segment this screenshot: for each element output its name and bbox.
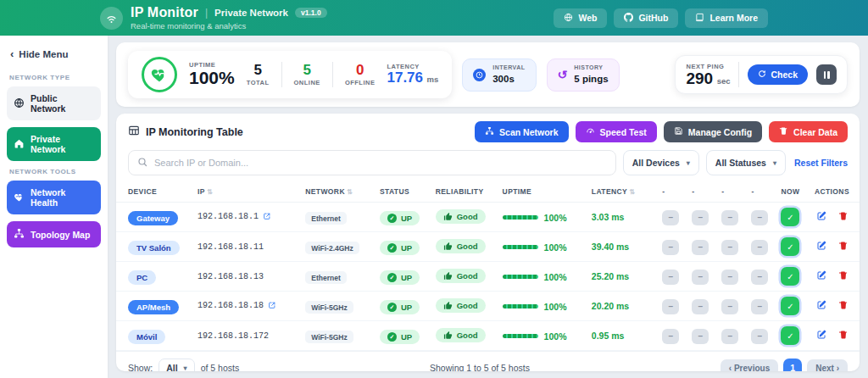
delete-button[interactable] bbox=[837, 209, 850, 225]
now-status-toggle[interactable]: ✓ bbox=[781, 237, 799, 256]
ip-address: 192.168.18.13 bbox=[198, 272, 264, 281]
col-now: NOW bbox=[777, 183, 810, 203]
col-history-1: - bbox=[659, 183, 688, 203]
network-badge: WiFi-5GHz bbox=[305, 301, 353, 314]
monitoring-table-card: IP Monitoring Table Scan Network bbox=[116, 114, 860, 371]
now-status-toggle[interactable]: ✓ bbox=[781, 208, 799, 226]
app-root: IP Monitor | Private Network v1.1.0 Real… bbox=[0, 0, 868, 378]
stats-panel: UPTIME 100% 5 TOTAL 5 ONLINE 0 bbox=[116, 42, 860, 107]
edit-button[interactable] bbox=[815, 209, 828, 225]
col-ip[interactable]: IP⇅ bbox=[194, 183, 302, 203]
gauge-icon bbox=[586, 126, 595, 137]
history-slot: – bbox=[721, 240, 738, 255]
status-badge: ✓UP bbox=[380, 270, 420, 285]
sidebar-item-topology-map[interactable]: Topology Map bbox=[7, 221, 101, 247]
edit-button[interactable] bbox=[815, 328, 828, 344]
sidebar-item-private-network[interactable]: Private Network bbox=[7, 127, 101, 161]
reset-filters-link[interactable]: Reset Filters bbox=[794, 158, 848, 168]
uptime-progress-bar bbox=[503, 215, 538, 220]
history-slot: – bbox=[662, 329, 679, 344]
col-status: STATUS bbox=[376, 183, 432, 203]
ip-address: 192.168.18.11 bbox=[198, 242, 264, 252]
uptime-progress-bar bbox=[503, 304, 538, 309]
delete-button[interactable] bbox=[837, 269, 850, 285]
reliability-badge: Good bbox=[436, 239, 486, 253]
device-filter-select[interactable]: All Devices ▾ bbox=[623, 150, 699, 175]
search-box bbox=[128, 150, 616, 175]
next-page-button[interactable]: Next › bbox=[807, 359, 848, 372]
total-value: 5 bbox=[247, 63, 270, 79]
manage-config-button[interactable]: Manage Config bbox=[664, 121, 762, 142]
tagline: Real-time monitoring & analytics bbox=[131, 21, 327, 31]
history-slot: – bbox=[692, 240, 709, 255]
hide-menu-button[interactable]: ‹ Hide Menu bbox=[7, 44, 71, 69]
header-nav: Web GitHub Learn More bbox=[554, 8, 768, 28]
history-slot: – bbox=[692, 210, 709, 225]
network-badge: Ethernet bbox=[305, 271, 346, 284]
history-chip: ↺ HISTORY 5 pings bbox=[547, 58, 620, 92]
edit-button[interactable] bbox=[815, 298, 828, 314]
chevron-down-icon: ▾ bbox=[773, 159, 776, 167]
status-badge: ✓UP bbox=[380, 300, 420, 314]
col-reliability: RELIABILITY bbox=[432, 183, 499, 203]
scan-network-button[interactable]: Scan Network bbox=[475, 121, 568, 142]
check-circle-icon: ✓ bbox=[387, 332, 397, 342]
history-slot: – bbox=[751, 329, 768, 344]
of-hosts-label: of 5 hosts bbox=[201, 363, 240, 371]
table-footer: Show: All ▾ of 5 hosts Showing 1 to 5 of… bbox=[116, 351, 860, 371]
thumbs-up-icon bbox=[443, 271, 453, 281]
page-size-select[interactable]: All ▾ bbox=[159, 359, 194, 371]
delete-button[interactable] bbox=[837, 328, 850, 344]
previous-page-button[interactable]: ‹ Previous bbox=[721, 359, 778, 372]
device-badge[interactable]: AP/Mesh bbox=[128, 300, 179, 314]
now-status-toggle[interactable]: ✓ bbox=[781, 297, 799, 315]
check-button[interactable]: Check bbox=[748, 64, 808, 85]
col-network[interactable]: NETWORK⇅ bbox=[302, 183, 376, 203]
pagination: ‹ Previous 1 Next › bbox=[721, 359, 848, 371]
latency-value: 20.20 ms bbox=[588, 292, 659, 321]
history-slot: – bbox=[751, 210, 768, 225]
search-input[interactable] bbox=[154, 158, 607, 168]
check-circle-icon: ✓ bbox=[387, 273, 397, 282]
app-header: IP Monitor | Private Network v1.1.0 Real… bbox=[0, 0, 868, 36]
github-button[interactable]: GitHub bbox=[614, 8, 678, 28]
web-button[interactable]: Web bbox=[554, 8, 607, 28]
check-circle-icon: ✓ bbox=[387, 243, 397, 253]
edit-button[interactable] bbox=[815, 239, 828, 255]
total-label: TOTAL bbox=[247, 79, 270, 86]
sidebar-item-public-network[interactable]: Public Network bbox=[7, 86, 101, 120]
speed-test-button[interactable]: Speed Test bbox=[576, 121, 657, 142]
delete-button[interactable] bbox=[837, 298, 850, 314]
history-slot: – bbox=[662, 270, 679, 285]
page-number-button[interactable]: 1 bbox=[783, 359, 802, 371]
now-status-toggle[interactable]: ✓ bbox=[781, 267, 799, 286]
pause-button[interactable] bbox=[816, 64, 837, 85]
main-content: UPTIME 100% 5 TOTAL 5 ONLINE 0 bbox=[108, 36, 868, 378]
network-type-section-label: NETWORK TYPE bbox=[9, 74, 98, 81]
col-latency[interactable]: LATENCY⇅ bbox=[588, 183, 659, 203]
device-badge[interactable]: Móvil bbox=[128, 330, 165, 344]
network-badge: WiFi-2.4GHz bbox=[305, 242, 359, 254]
github-icon bbox=[624, 13, 633, 24]
device-badge[interactable]: Gateway bbox=[128, 211, 178, 225]
status-filter-select[interactable]: All Statuses ▾ bbox=[706, 150, 786, 175]
next-ping-unit: sec bbox=[717, 76, 731, 86]
thumbs-up-icon bbox=[443, 212, 453, 221]
now-status-toggle[interactable]: ✓ bbox=[781, 326, 799, 345]
device-badge[interactable]: TV Salón bbox=[128, 241, 180, 255]
online-label: ONLINE bbox=[294, 79, 320, 86]
clear-data-button[interactable]: Clear Data bbox=[769, 121, 848, 142]
delete-button[interactable] bbox=[837, 239, 850, 255]
device-badge[interactable]: PC bbox=[128, 270, 156, 285]
external-link-icon[interactable] bbox=[263, 214, 271, 223]
external-link-icon[interactable] bbox=[268, 303, 276, 312]
title-separator: | bbox=[205, 7, 208, 19]
uptime-progress-bar bbox=[503, 334, 538, 338]
uptime-percent: 100% bbox=[544, 213, 567, 223]
sidebar-item-network-health[interactable]: Network Health bbox=[7, 181, 101, 214]
learn-more-button[interactable]: Learn More bbox=[685, 8, 768, 28]
edit-button[interactable] bbox=[815, 269, 828, 285]
reliability-badge: Good bbox=[436, 328, 486, 342]
show-label: Show: bbox=[128, 363, 153, 371]
table-row: TV Salón 192.168.18.11 WiFi-2.4GHz ✓UP G… bbox=[116, 232, 860, 262]
